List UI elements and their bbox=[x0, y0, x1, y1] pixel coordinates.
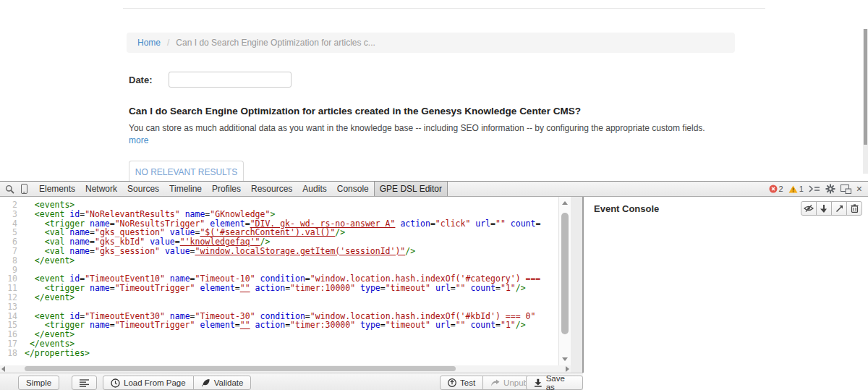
event-console-buttons bbox=[801, 201, 862, 216]
devtools-panel: ElementsNetworkSourcesTimelineProfilesRe… bbox=[0, 181, 868, 390]
devtools-status-icons: 2 1 × bbox=[769, 184, 868, 194]
line-number: 3 bbox=[0, 210, 17, 219]
line-number: 17 bbox=[0, 339, 17, 349]
devtools-body: 23456789101112131415161718 <events> <eve… bbox=[0, 197, 868, 390]
event-console-title: Event Console bbox=[594, 203, 659, 214]
line-number: 18 bbox=[0, 349, 17, 358]
date-input[interactable] bbox=[169, 72, 292, 88]
date-label: Date: bbox=[129, 75, 153, 85]
editor-horizontal-scrollbar[interactable] bbox=[0, 365, 571, 373]
breadcrumb-current: Can I do Search Engine Optimization for … bbox=[176, 38, 375, 48]
no-relevant-results-tab[interactable]: NO RELEVANT RESULTS bbox=[129, 161, 244, 182]
line-number: 2 bbox=[0, 200, 17, 210]
outline-button[interactable] bbox=[72, 376, 97, 390]
load-from-page-button[interactable]: Load From Page bbox=[103, 376, 194, 390]
vertical-scrollbar-thumb[interactable] bbox=[561, 213, 569, 334]
devtools-tab-timeline[interactable]: Timeline bbox=[164, 182, 207, 196]
devtools-tab-sources[interactable]: Sources bbox=[122, 182, 164, 196]
test-icon bbox=[448, 378, 456, 387]
page-scrollbar[interactable] bbox=[863, 29, 868, 174]
top-divider bbox=[123, 8, 765, 9]
code-line: </properties> bbox=[25, 349, 540, 358]
devtools-close-icon[interactable]: × bbox=[856, 184, 862, 194]
devtools-tab-audits[interactable]: Audits bbox=[297, 182, 331, 196]
clock-icon bbox=[111, 378, 120, 388]
editor-gutter: 23456789101112131415161718 bbox=[0, 200, 20, 365]
devtools-tab-network[interactable]: Network bbox=[80, 182, 122, 196]
more-link[interactable]: more bbox=[129, 135, 148, 145]
device-toolbar-icon[interactable] bbox=[21, 184, 27, 194]
code-line: <trigger name="TimeoutTrigger" element="… bbox=[25, 284, 540, 293]
leaf-icon bbox=[201, 378, 210, 387]
devtools-tab-console[interactable]: Console bbox=[332, 182, 374, 196]
dsl-code-editor[interactable]: 23456789101112131415161718 <events> <eve… bbox=[0, 197, 558, 365]
editor-gap-strip bbox=[571, 197, 582, 373]
search-icon[interactable] bbox=[5, 185, 14, 194]
clear-button[interactable] bbox=[846, 201, 862, 216]
settings-gear-icon[interactable] bbox=[825, 184, 835, 194]
line-number: 12 bbox=[0, 293, 17, 302]
download-icon bbox=[534, 378, 542, 387]
load-validate-group: Load From Page Validate bbox=[103, 376, 251, 390]
scroll-up-icon[interactable] bbox=[562, 201, 568, 205]
code-line: <trigger name="TimeoutTrigger" element="… bbox=[25, 321, 540, 330]
breadcrumb-home-link[interactable]: Home bbox=[137, 38, 161, 48]
page-scrollbar-thumb[interactable] bbox=[864, 29, 867, 145]
validate-button[interactable]: Validate bbox=[193, 376, 252, 390]
devtools-tab-resources[interactable]: Resources bbox=[246, 182, 297, 196]
devtools-tab-elements[interactable]: Elements bbox=[34, 182, 80, 196]
scroll-to-bottom-button[interactable] bbox=[816, 201, 832, 216]
list-icon bbox=[80, 379, 89, 387]
error-badge[interactable]: 2 bbox=[769, 185, 783, 193]
answer-text: You can store as much additional data as… bbox=[129, 123, 856, 134]
breadcrumb: Home / Can I do Search Engine Optimizati… bbox=[127, 33, 735, 53]
save-as-label: Save as bbox=[546, 374, 575, 390]
dock-side-icon[interactable] bbox=[841, 185, 851, 194]
simple-button[interactable]: Simple bbox=[18, 376, 59, 390]
line-number: 8 bbox=[0, 256, 17, 266]
breadcrumb-separator: / bbox=[167, 38, 169, 48]
console-drawer-icon[interactable] bbox=[809, 185, 820, 192]
inspect-button[interactable] bbox=[831, 201, 847, 216]
event-console-header: Event Console bbox=[584, 197, 868, 216]
diagonal-arrow-icon bbox=[835, 205, 843, 213]
scroll-left-icon[interactable] bbox=[1, 366, 5, 372]
test-label: Test bbox=[460, 378, 475, 387]
editor-vertical-scrollbar[interactable] bbox=[558, 197, 571, 365]
code-line: </events> bbox=[25, 339, 540, 349]
error-count: 2 bbox=[779, 185, 783, 193]
down-arrow-icon bbox=[820, 205, 827, 213]
devtools-tab-profiles[interactable]: Profiles bbox=[207, 182, 246, 196]
line-number: 13 bbox=[0, 302, 17, 312]
code-line: </event> bbox=[25, 256, 540, 266]
test-button[interactable]: Test bbox=[440, 376, 483, 390]
eye-slash-icon bbox=[804, 204, 814, 213]
devtools-tab-gpe-dsl-editor[interactable]: GPE DSL Editor bbox=[374, 182, 448, 196]
code-line: </event> bbox=[25, 293, 540, 302]
warning-icon bbox=[788, 185, 798, 193]
scroll-down-icon[interactable] bbox=[562, 357, 568, 361]
scroll-right-icon[interactable] bbox=[566, 366, 569, 372]
warning-badge[interactable]: 1 bbox=[788, 185, 804, 193]
load-from-page-label: Load From Page bbox=[124, 378, 186, 387]
warning-count: 1 bbox=[799, 185, 804, 193]
event-console-panel: Event Console bbox=[584, 197, 868, 390]
save-as-button[interactable]: Save as bbox=[526, 376, 583, 390]
editor-code: <events> <event id="NoRelevantResults" n… bbox=[20, 200, 540, 365]
error-icon bbox=[769, 185, 778, 193]
devtools-tabbar: ElementsNetworkSourcesTimelineProfilesRe… bbox=[0, 182, 868, 197]
validate-label: Validate bbox=[214, 378, 244, 387]
toggle-visibility-button[interactable] bbox=[801, 201, 817, 216]
question-title: Can I do Search Engine Optimization for … bbox=[129, 106, 823, 116]
unpublish-icon bbox=[490, 379, 500, 387]
line-number: 7 bbox=[0, 247, 17, 256]
devtools-tabs: ElementsNetworkSourcesTimelineProfilesRe… bbox=[34, 182, 448, 196]
code-line: <val name="gks_session" value="window.lo… bbox=[25, 247, 540, 256]
editor-bottom-toolbar: Simple Load From Page Validate Test bbox=[0, 373, 583, 390]
horizontal-scrollbar-thumb[interactable] bbox=[25, 366, 456, 371]
trash-icon bbox=[851, 204, 859, 213]
code-line: </event> bbox=[25, 330, 540, 339]
